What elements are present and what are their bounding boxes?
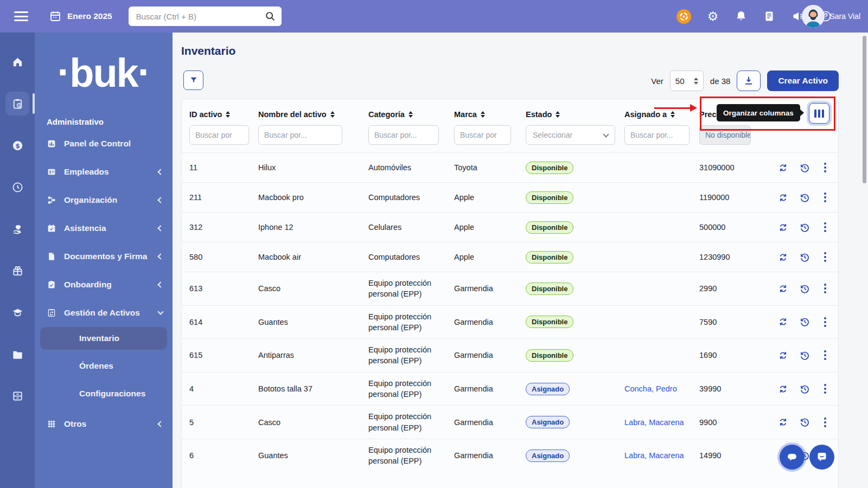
gift-icon[interactable] — [5, 259, 29, 282]
filter-category-input[interactable] — [368, 125, 439, 145]
dollar-icon[interactable]: $ — [5, 133, 29, 157]
sync-icon[interactable] — [777, 416, 789, 428]
cabinet-icon[interactable] — [5, 384, 29, 408]
kebab-menu-icon[interactable] — [821, 349, 829, 361]
sync-icon[interactable] — [777, 383, 789, 395]
table-row[interactable]: 615 Antiparras Equipo protección persona… — [182, 338, 838, 372]
history-icon[interactable] — [799, 316, 810, 328]
history-icon[interactable] — [799, 252, 810, 263]
cell-brand: Apple — [454, 253, 526, 261]
icon-rail: $ — [0, 33, 35, 488]
home-icon[interactable] — [5, 50, 29, 74]
sidebar-item-gestion-de-activos[interactable]: Gestión de Activos — [35, 299, 173, 327]
table-row[interactable]: 580 Macbook air Computadores Apple Dispo… — [182, 242, 838, 272]
table-row[interactable]: 11 Hilux Automóviles Toyota Disponible 3… — [182, 152, 838, 182]
sidebar-item-panel-de-control[interactable]: Panel de Control — [35, 130, 173, 158]
sync-icon[interactable] — [777, 316, 789, 328]
folder-icon[interactable] — [5, 342, 29, 366]
sidebar-item-empleados[interactable]: Empleados — [35, 158, 173, 186]
search-icon[interactable] — [264, 10, 276, 22]
page-size-select[interactable]: 50 — [670, 70, 704, 91]
sidebar-item-onboarding[interactable]: Onboarding — [35, 271, 173, 299]
table-row[interactable]: 613 Casco Equipo protección personal (EP… — [182, 272, 838, 305]
table-row[interactable]: 312 Iphone 12 Celulares Apple Disponible… — [182, 212, 838, 242]
sync-icon[interactable] — [777, 252, 789, 263]
history-icon[interactable] — [799, 192, 810, 203]
cell-category: Celulares — [368, 222, 454, 233]
history-icon[interactable] — [799, 383, 810, 395]
history-icon[interactable] — [799, 222, 810, 233]
cell-category: Computadores — [368, 192, 454, 203]
table-row[interactable]: 6 Guantes Equipo protección personal (EP… — [182, 439, 838, 472]
cell-name: Macbook pro — [258, 193, 368, 202]
sync-icon[interactable] — [777, 222, 789, 233]
column-header-brand[interactable]: Marca — [454, 110, 526, 119]
assigned-link[interactable]: Labra, Macarena — [624, 418, 684, 427]
sidebar-item-asistencia[interactable]: Asistencia — [35, 214, 173, 242]
bell-icon[interactable] — [735, 10, 748, 23]
kebab-menu-icon[interactable] — [821, 416, 829, 428]
cell-price: 1190000 — [699, 193, 771, 202]
sync-icon[interactable] — [777, 162, 789, 174]
sidebar-item-organizacion[interactable]: Organización — [35, 186, 173, 214]
status-badge: Disponible — [526, 191, 573, 204]
news-icon[interactable] — [763, 10, 776, 23]
cell-name: Guantes — [258, 318, 368, 326]
table-row[interactable]: 5 Casco Equipo protección personal (EPP)… — [182, 405, 838, 439]
history-icon[interactable] — [799, 350, 810, 361]
scrollbar-thumb[interactable] — [863, 36, 866, 183]
sidebar-item-otros[interactable]: Otros — [35, 410, 173, 438]
chat-smile-button[interactable] — [809, 445, 834, 470]
search-input[interactable] — [136, 12, 264, 21]
history-icon[interactable] — [799, 416, 810, 428]
column-header-category[interactable]: Categoría — [368, 110, 454, 119]
buk-orange-icon[interactable] — [676, 9, 691, 24]
column-header-assigned[interactable]: Asignado a — [624, 110, 699, 119]
assigned-link[interactable]: Labra, Macarena — [624, 451, 684, 460]
history-icon[interactable] — [799, 283, 810, 294]
kebab-menu-icon[interactable] — [821, 316, 829, 328]
avatar[interactable] — [802, 5, 825, 28]
sync-icon[interactable] — [777, 350, 789, 361]
table-row[interactable]: 614 Guantes Equipo protección personal (… — [182, 305, 838, 339]
clock-icon[interactable] — [5, 175, 29, 199]
user-menu[interactable]: Sara Vial — [802, 5, 860, 28]
assigned-link[interactable]: Concha, Pedro — [624, 384, 677, 393]
filter-id-input[interactable] — [189, 125, 249, 145]
hand-heart-icon[interactable] — [5, 217, 29, 241]
sync-icon[interactable] — [777, 192, 789, 203]
kebab-menu-icon[interactable] — [821, 221, 829, 233]
filter-brand-input[interactable] — [454, 125, 511, 145]
menu-icon[interactable] — [14, 11, 28, 21]
kebab-menu-icon[interactable] — [821, 162, 829, 174]
kebab-menu-icon[interactable] — [821, 282, 829, 294]
create-asset-button[interactable]: Crear Activo — [767, 70, 839, 91]
download-button[interactable] — [737, 70, 761, 91]
kebab-menu-icon[interactable] — [821, 383, 829, 395]
sync-icon[interactable] — [777, 283, 789, 294]
filter-status-select[interactable]: Seleccionar — [526, 125, 615, 145]
inventory-table: ID activo Nombre del activo Categoría Ma… — [181, 99, 839, 488]
table-row[interactable]: 4 Bototos talla 37 Equipo protección per… — [182, 372, 838, 406]
filter-name-input[interactable] — [258, 125, 342, 145]
sidebar-subitem-inventario[interactable]: Inventario — [40, 327, 167, 350]
chat-bubble-button[interactable] — [780, 445, 805, 470]
kebab-menu-icon[interactable] — [821, 191, 829, 203]
filter-assigned-input[interactable] — [624, 125, 690, 145]
history-icon[interactable] — [799, 162, 810, 174]
organize-columns-button[interactable] — [809, 103, 829, 124]
gear-icon[interactable]: ⚙ — [706, 10, 719, 23]
cell-brand: Garmendia — [454, 351, 526, 359]
table-row[interactable]: 211 Macbook pro Computadores Apple Dispo… — [182, 182, 838, 212]
column-header-status[interactable]: Estado — [526, 110, 624, 119]
kebab-menu-icon[interactable] — [821, 251, 829, 263]
period-label[interactable]: Enero 2025 — [67, 11, 112, 21]
column-header-name[interactable]: Nombre del activo — [258, 110, 368, 119]
sidebar-subitem-ordenes[interactable]: Órdenes — [40, 355, 167, 377]
sidebar-item-documentos-y-firma[interactable]: Documentos y Firma — [35, 242, 173, 271]
graduation-icon[interactable] — [5, 300, 29, 324]
organize-columns-tooltip: Organizar columnas — [717, 104, 800, 121]
column-header-id[interactable]: ID activo — [189, 110, 258, 119]
sidebar-subitem-configuraciones[interactable]: Configuraciones — [40, 382, 167, 405]
clipboard-clock-icon[interactable] — [5, 92, 29, 115]
